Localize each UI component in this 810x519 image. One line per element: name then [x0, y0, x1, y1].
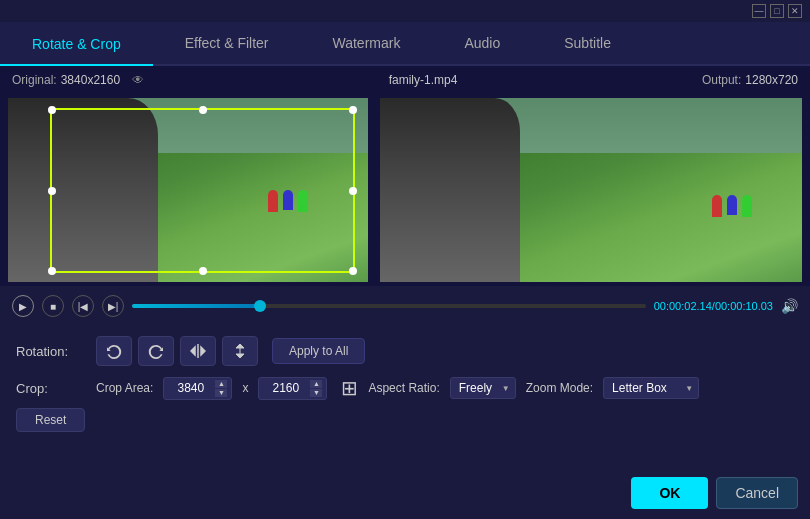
crop-handle-bottom-right[interactable]	[349, 267, 357, 275]
aspect-ratio-dropdown-wrapper: Freely 16:9 4:3 1:1 9:16	[450, 377, 516, 399]
ok-button[interactable]: OK	[631, 477, 708, 509]
crop-overlay[interactable]	[50, 108, 355, 273]
zoom-mode-dropdown-wrapper: Letter Box Pan & Scan Full	[603, 377, 699, 399]
rotate-ccw-button[interactable]	[96, 336, 132, 366]
prev-frame-button[interactable]: |◀	[72, 295, 94, 317]
playback-controls: ▶ ■ |◀ ▶| 00:00:02.14/00:00:10.03 🔊	[0, 286, 810, 326]
title-bar: — □ ✕	[0, 0, 810, 22]
apply-to-all-button[interactable]: Apply to All	[272, 338, 365, 364]
progress-thumb[interactable]	[254, 300, 266, 312]
crop-handle-top-left[interactable]	[48, 106, 56, 114]
crop-handle-middle-right[interactable]	[349, 187, 357, 195]
play-button[interactable]: ▶	[12, 295, 34, 317]
flip-vertical-button[interactable]	[222, 336, 258, 366]
right-person-silhouette	[380, 98, 520, 282]
output-info: Output: 1280x720	[702, 73, 798, 87]
output-label: Output:	[702, 73, 741, 87]
video-info-bar: Original: 3840x2160 👁 family-1.mp4 Outpu…	[0, 66, 810, 94]
output-resolution: 1280x720	[745, 73, 798, 87]
volume-icon[interactable]: 🔊	[781, 298, 798, 314]
tab-audio[interactable]: Audio	[432, 22, 532, 64]
crop-height-down[interactable]: ▼	[310, 389, 322, 397]
crop-height-spinners: ▲ ▼	[310, 380, 322, 397]
crop-width-input[interactable]	[168, 381, 213, 395]
rotation-buttons	[96, 336, 258, 366]
aspect-ratio-select[interactable]: Freely 16:9 4:3 1:1 9:16	[450, 377, 516, 399]
crop-width-input-group: ▲ ▼	[163, 377, 232, 400]
crop-row: Crop: Crop Area: ▲ ▼ x ▲ ▼ ⊞ Aspect Rati…	[16, 376, 794, 400]
x-separator: x	[242, 381, 248, 395]
crop-label: Crop:	[16, 381, 86, 396]
maximize-button[interactable]: □	[770, 4, 784, 18]
next-frame-button[interactable]: ▶|	[102, 295, 124, 317]
progress-fill	[132, 304, 260, 308]
rotation-label: Rotation:	[16, 344, 86, 359]
aspect-ratio-label: Aspect Ratio:	[368, 381, 439, 395]
tab-watermark[interactable]: Watermark	[301, 22, 433, 64]
right-kid-1	[712, 195, 722, 217]
crop-width-down[interactable]: ▼	[215, 389, 227, 397]
bottom-bar: OK Cancel	[619, 467, 810, 519]
left-video-panel	[8, 98, 368, 282]
tab-bar: Rotate & Crop Effect & Filter Watermark …	[0, 22, 810, 66]
crop-handle-middle-left[interactable]	[48, 187, 56, 195]
tab-effect-filter[interactable]: Effect & Filter	[153, 22, 301, 64]
right-kid-2	[727, 195, 737, 215]
right-kid-3	[742, 195, 752, 217]
reset-row: Reset	[16, 408, 794, 432]
crop-height-input[interactable]	[263, 381, 308, 395]
crop-handle-bottom-left[interactable]	[48, 267, 56, 275]
videos-container	[0, 94, 810, 286]
rotation-row: Rotation:	[16, 336, 794, 366]
original-resolution: 3840x2160	[61, 73, 120, 87]
right-video-panel	[380, 98, 802, 282]
crop-width-up[interactable]: ▲	[215, 380, 227, 388]
crop-area-label: Crop Area:	[96, 381, 153, 395]
video-filename: family-1.mp4	[389, 73, 458, 87]
minimize-button[interactable]: —	[752, 4, 766, 18]
filename-container: family-1.mp4	[389, 73, 458, 87]
original-info: Original: 3840x2160 👁	[12, 73, 144, 87]
stop-button[interactable]: ■	[42, 295, 64, 317]
eye-icon[interactable]: 👁	[132, 73, 144, 87]
crop-width-spinners: ▲ ▼	[215, 380, 227, 397]
close-button[interactable]: ✕	[788, 4, 802, 18]
zoom-mode-label: Zoom Mode:	[526, 381, 593, 395]
crop-icon[interactable]: ⊞	[341, 376, 358, 400]
rotate-cw-button[interactable]	[138, 336, 174, 366]
crop-handle-bottom-middle[interactable]	[199, 267, 207, 275]
zoom-mode-select[interactable]: Letter Box Pan & Scan Full	[603, 377, 699, 399]
flip-horizontal-button[interactable]	[180, 336, 216, 366]
tab-subtitle[interactable]: Subtitle	[532, 22, 643, 64]
cancel-button[interactable]: Cancel	[716, 477, 798, 509]
crop-height-input-group: ▲ ▼	[258, 377, 327, 400]
crop-height-up[interactable]: ▲	[310, 380, 322, 388]
time-display: 00:00:02.14/00:00:10.03	[654, 300, 773, 312]
tab-rotate-crop[interactable]: Rotate & Crop	[0, 24, 153, 66]
right-kids	[712, 195, 752, 217]
reset-button[interactable]: Reset	[16, 408, 85, 432]
original-label: Original:	[12, 73, 57, 87]
progress-bar[interactable]	[132, 304, 646, 308]
crop-handle-top-middle[interactable]	[199, 106, 207, 114]
crop-handle-top-right[interactable]	[349, 106, 357, 114]
title-bar-controls: — □ ✕	[752, 4, 802, 18]
controls-section: Rotation:	[0, 326, 810, 442]
